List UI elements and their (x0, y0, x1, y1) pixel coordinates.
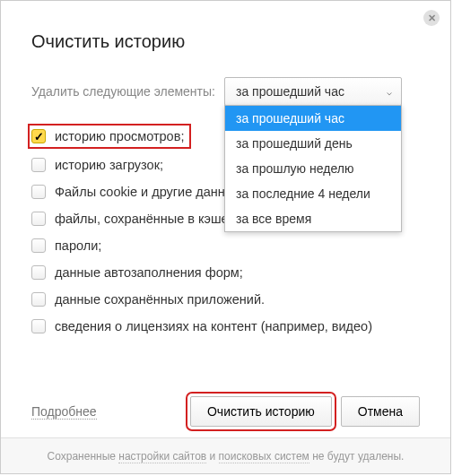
chevron-down-icon: ⌵ (387, 87, 392, 97)
dropdown-option[interactable]: за прошедший час (225, 106, 401, 131)
dialog-title: Очистить историю (31, 31, 420, 52)
bottom-note-bar: Сохраненные настройки сайтов и поисковых… (1, 437, 450, 473)
checkbox[interactable] (31, 265, 46, 280)
check-row-passwords[interactable]: пароли; (31, 238, 420, 253)
time-range-label: Удалить следующие элементы: (31, 84, 215, 99)
check-label: данные автозаполнения форм; (55, 265, 243, 280)
clear-history-dialog: ✕ Очистить историю Удалить следующие эле… (0, 0, 451, 474)
dropdown-option[interactable]: за все время (225, 206, 401, 231)
cancel-button[interactable]: Отмена (341, 396, 420, 427)
time-range-row: Удалить следующие элементы: за прошедший… (31, 77, 420, 106)
checkbox[interactable] (31, 319, 46, 333)
check-label: сведения о лицензиях на контент (наприме… (55, 319, 372, 333)
checkbox[interactable] (31, 129, 46, 143)
check-row-autofill[interactable]: данные автозаполнения форм; (31, 265, 420, 280)
close-icon[interactable]: ✕ (423, 10, 440, 26)
checkbox[interactable] (31, 158, 46, 172)
checkbox[interactable] (31, 185, 46, 199)
dropdown-option[interactable]: за последние 4 недели (225, 181, 401, 206)
check-label: историю загрузок; (55, 158, 163, 172)
dropdown-option[interactable]: за прошедший день (225, 131, 401, 156)
check-label: пароли; (55, 238, 101, 253)
bottom-note: Сохраненные настройки сайтов и поисковых… (48, 450, 405, 463)
dropdown-option[interactable]: за прошлую неделю (225, 156, 401, 181)
checkbox[interactable] (31, 212, 46, 226)
search-systems-link[interactable]: поисковых систем (219, 450, 309, 463)
check-row-appdata[interactable]: данные сохранённых приложений. (31, 292, 420, 307)
checkbox[interactable] (31, 238, 46, 253)
time-range-select[interactable]: за прошедший час ⌵ (224, 77, 402, 106)
more-link[interactable]: Подробнее (31, 404, 97, 420)
check-label: историю просмотров; (55, 129, 184, 143)
check-row-licenses[interactable]: сведения о лицензиях на контент (наприме… (31, 319, 420, 333)
dialog-footer: Подробнее Очистить историю Отмена (31, 396, 420, 427)
check-row-history[interactable]: историю просмотров; (28, 124, 191, 149)
time-range-select-wrap: за прошедший час ⌵ за прошедший час за п… (224, 77, 402, 106)
dialog-content: Очистить историю Удалить следующие элеме… (1, 1, 450, 333)
check-label: данные сохранённых приложений. (55, 292, 265, 307)
time-range-value: за прошедший час (236, 84, 344, 99)
checkbox[interactable] (31, 292, 46, 307)
check-label: файлы, сохранённые в кэше; (55, 212, 232, 226)
time-range-dropdown: за прошедший час за прошедший день за пр… (224, 105, 402, 232)
button-group: Очистить историю Отмена (190, 396, 420, 427)
clear-button[interactable]: Очистить историю (190, 396, 332, 427)
site-settings-link[interactable]: настройки сайтов (118, 450, 206, 463)
